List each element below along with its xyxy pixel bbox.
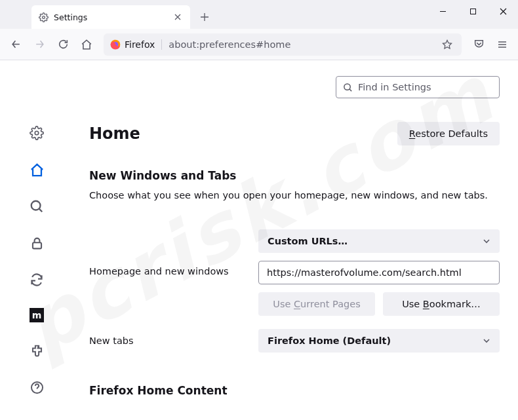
sidebar-home[interactable]	[28, 161, 45, 178]
gear-icon	[38, 12, 49, 22]
identity-label: Firefox	[125, 39, 155, 50]
sidebar-help[interactable]	[28, 379, 45, 396]
find-in-settings-input[interactable]	[358, 82, 492, 92]
sidebar-general[interactable]	[28, 124, 45, 142]
homepage-label: Homepage and new windows	[89, 229, 258, 277]
bookmark-star-icon[interactable]	[439, 37, 455, 52]
settings-sidebar: m	[0, 60, 73, 420]
nav-toolbar: Firefox about:preferences#home	[0, 29, 518, 60]
newtabs-mode-value: Firefox Home (Default)	[268, 335, 391, 346]
minimize-button[interactable]	[428, 0, 458, 22]
svg-rect-1	[470, 9, 475, 14]
use-current-pages-button[interactable]: Use Current Pages	[258, 292, 375, 316]
use-bookmark-button[interactable]: Use Bookmark…	[383, 292, 500, 316]
newtabs-mode-select[interactable]: Firefox Home (Default)	[258, 329, 500, 353]
new-tab-button[interactable]	[194, 7, 215, 28]
chevron-down-icon	[483, 337, 490, 345]
save-to-pocket-button[interactable]	[468, 34, 489, 55]
section-description: Choose what you see when you open your h…	[89, 189, 500, 202]
settings-main: Home Restore Defaults New Windows and Ta…	[73, 60, 518, 420]
app-menu-button[interactable]	[492, 34, 513, 55]
back-button[interactable]	[5, 34, 26, 55]
content-area: m Home Restore Defaults New Windows and …	[0, 60, 518, 420]
maximize-button[interactable]	[458, 0, 488, 22]
sidebar-privacy[interactable]	[28, 235, 45, 252]
section-new-windows-tabs: New Windows and Tabs	[89, 169, 500, 182]
close-icon[interactable]	[172, 11, 184, 23]
svg-point-4	[35, 131, 39, 135]
search-icon	[343, 83, 353, 92]
page-title: Home	[89, 124, 140, 143]
url-text: about:preferences#home	[169, 39, 433, 50]
browser-tab[interactable]: Settings	[31, 5, 190, 29]
firefox-icon	[110, 39, 121, 50]
tab-title: Settings	[54, 12, 167, 22]
restore-defaults-button[interactable]: Restore Defaults	[397, 122, 500, 145]
sidebar-search[interactable]	[28, 198, 45, 215]
home-button[interactable]	[76, 34, 97, 55]
sidebar-sync[interactable]	[28, 271, 45, 288]
sidebar-extension-m[interactable]: m	[30, 308, 44, 322]
window-controls	[428, 0, 518, 22]
homepage-url-input[interactable]	[258, 261, 500, 284]
titlebar: Settings	[0, 0, 518, 29]
url-bar[interactable]: Firefox about:preferences#home	[104, 33, 462, 56]
homepage-mode-select[interactable]: Custom URLs…	[258, 229, 500, 253]
identity-box[interactable]: Firefox	[110, 39, 162, 50]
chevron-down-icon	[483, 237, 490, 245]
homepage-mode-value: Custom URLs…	[268, 236, 348, 246]
sidebar-extensions[interactable]	[28, 342, 45, 359]
reload-button[interactable]	[52, 34, 73, 55]
forward-button	[29, 34, 50, 55]
svg-rect-6	[32, 242, 41, 248]
close-window-button[interactable]	[488, 0, 518, 22]
newtabs-label: New tabs	[89, 335, 258, 346]
section-firefox-home-content: Firefox Home Content	[89, 384, 500, 397]
svg-point-0	[42, 16, 45, 18]
find-in-settings[interactable]	[336, 76, 500, 98]
